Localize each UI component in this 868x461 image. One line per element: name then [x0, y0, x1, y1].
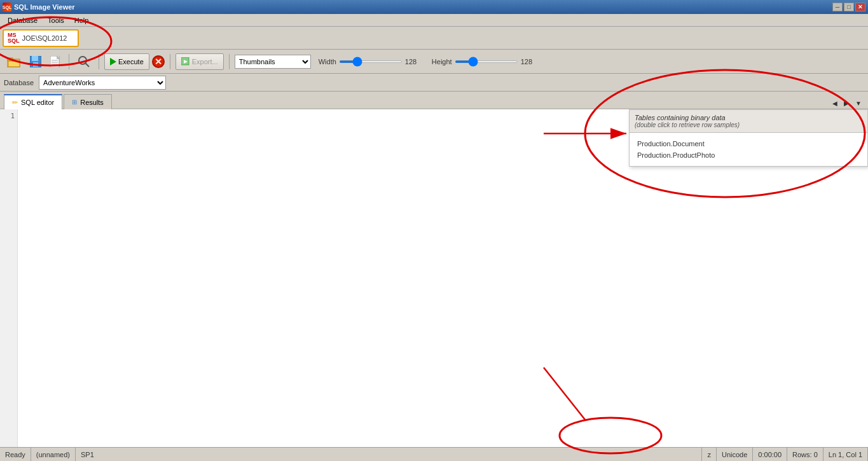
status-z: z: [702, 448, 717, 461]
minimize-button[interactable]: ─: [832, 3, 843, 11]
menu-help[interactable]: Help: [69, 15, 94, 25]
database-label: Database: [4, 79, 34, 86]
height-value: 128: [521, 58, 540, 65]
editor-area: 1 Tables containing binary data (double …: [0, 109, 868, 447]
new-button[interactable]: [47, 53, 64, 71]
svg-line-11: [85, 63, 89, 67]
database-select[interactable]: AdventureWorks master model msdb tempdb: [39, 76, 166, 90]
database-bar: Database AdventureWorks master model msd…: [0, 74, 868, 92]
svg-rect-1: [7, 58, 13, 60]
width-label: Width: [319, 58, 336, 65]
save-button[interactable]: [27, 53, 45, 71]
stop-button[interactable]: ✕: [152, 55, 165, 68]
save-icon: [30, 56, 41, 67]
popup-content: Production.Document Production.ProductPh…: [630, 133, 867, 166]
popup-header: Tables containing binary data (double cl…: [630, 110, 867, 133]
status-ready: Ready: [0, 448, 31, 461]
tab-next-arrow[interactable]: ▶: [841, 99, 851, 108]
height-label: Height: [432, 58, 452, 65]
new-file-icon: [50, 56, 60, 67]
separator-3: [170, 54, 170, 69]
width-slider[interactable]: [339, 60, 403, 63]
tabs-bar: ✏ SQL editor ⊞ Results ◀ ▶ ▼: [0, 92, 868, 109]
tab-results[interactable]: ⊞ Results: [64, 94, 112, 109]
status-unnamed: (unnamed): [31, 448, 76, 461]
menu-bar: Database Tools Help: [0, 14, 868, 27]
tab-sql-editor-label: SQL editor: [21, 99, 54, 106]
app-title: SQL Image Viewer: [14, 3, 75, 11]
separator-1: [69, 54, 69, 69]
status-time: 0:00:00: [753, 448, 787, 461]
separator-2: [99, 54, 99, 69]
tables-popup: Tables containing binary data (double cl…: [629, 109, 868, 167]
status-position: Ln 1, Col 1: [823, 448, 868, 461]
height-slider[interactable]: [455, 60, 518, 63]
popup-header-line1: Tables containing binary data: [635, 114, 862, 121]
tabs-nav: ◀ ▶ ▼: [830, 99, 864, 108]
width-value: 128: [405, 58, 424, 65]
tab-sql-editor[interactable]: ✏ SQL editor: [4, 94, 62, 109]
menu-tools[interactable]: Tools: [43, 15, 69, 25]
svg-rect-4: [32, 56, 38, 61]
maximize-button[interactable]: □: [844, 3, 854, 11]
popup-item-productphoto[interactable]: Production.ProductPhoto: [635, 149, 862, 161]
popup-item-document[interactable]: Production.Document: [635, 138, 862, 149]
separator-4: [229, 54, 230, 69]
server-name: JOE\SQL2012: [22, 34, 67, 42]
connection-box[interactable]: MS SQL JOE\SQL2012: [3, 29, 79, 47]
menu-database[interactable]: Database: [3, 15, 43, 25]
title-bar: SQL SQL Image Viewer ─ □ ✕: [0, 0, 868, 14]
folder-open-icon: [7, 56, 21, 67]
status-unicode: Unicode: [717, 448, 753, 461]
open-button[interactable]: [4, 53, 24, 71]
close-button[interactable]: ✕: [855, 3, 865, 11]
svg-rect-2: [8, 61, 20, 67]
svg-point-12: [81, 59, 84, 62]
app-icon: SQL: [3, 3, 11, 11]
line-numbers: 1: [0, 109, 18, 447]
actions-toolbar: Execute ✕ Export... Thumbnails Width 128…: [0, 50, 868, 74]
thumbnails-select[interactable]: Thumbnails: [235, 55, 311, 69]
search-button[interactable]: [74, 53, 93, 71]
tab-list-arrow[interactable]: ▼: [853, 99, 864, 108]
export-icon: [181, 57, 190, 66]
execute-button[interactable]: Execute: [104, 53, 149, 70]
search-icon: [78, 55, 90, 68]
svg-rect-5: [33, 62, 38, 67]
execute-label: Execute: [118, 58, 144, 65]
main-area: 1 Tables containing binary data (double …: [0, 109, 868, 447]
connection-toolbar: MS SQL JOE\SQL2012: [0, 27, 868, 50]
tab-results-label: Results: [80, 99, 104, 106]
export-label: Export...: [192, 58, 218, 65]
width-slider-container: 128: [339, 58, 424, 65]
status-sp1: SP1: [76, 448, 702, 461]
tab-prev-arrow[interactable]: ◀: [830, 99, 840, 108]
execute-triangle-icon: [110, 58, 116, 65]
export-button[interactable]: Export...: [176, 53, 224, 70]
mssql-logo: MS SQL: [8, 32, 20, 44]
status-rows: Rows: 0: [787, 448, 823, 461]
line-number-1: 1: [0, 112, 17, 122]
popup-header-line2: (double click to retrieve row samples): [635, 121, 862, 128]
status-bar: Ready (unnamed) SP1 z Unicode 0:00:00 Ro…: [0, 447, 868, 461]
height-slider-container: 128: [455, 58, 540, 65]
